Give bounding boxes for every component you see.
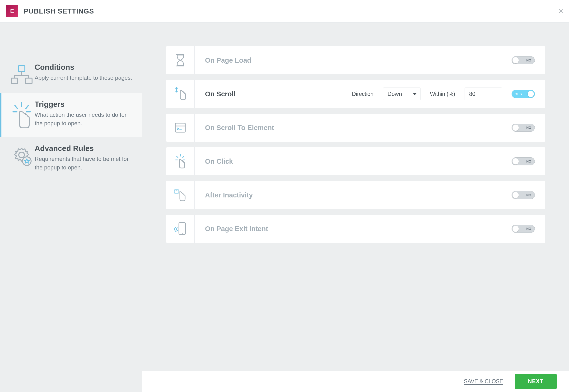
svg-rect-6	[25, 78, 32, 84]
svg-point-26	[176, 191, 177, 191]
trigger-toggle-scroll-element[interactable]: NO	[512, 124, 535, 132]
svg-rect-16	[175, 123, 185, 132]
within-input[interactable]	[465, 87, 502, 100]
main-panel: On Page Load NO On Scroll Direction Down	[142, 23, 569, 392]
trigger-label: On Page Load	[205, 56, 502, 64]
toggle-knob	[513, 226, 519, 232]
direction-select[interactable]: Down	[383, 87, 420, 100]
svg-line-9	[26, 106, 28, 109]
trigger-after-inactivity[interactable]: After Inactivity NO	[166, 181, 545, 209]
sitemap-icon	[9, 63, 35, 86]
svg-point-12	[19, 152, 25, 158]
trigger-on-scroll[interactable]: On Scroll Direction Down Within (%) YES	[166, 80, 545, 108]
svg-point-27	[178, 191, 178, 191]
sidebar-triggers-desc: What action the user needs to do for the…	[35, 111, 134, 128]
toggle-knob	[513, 192, 519, 198]
next-button[interactable]: NEXT	[515, 374, 557, 389]
svg-rect-28	[179, 223, 186, 235]
layout-root: Conditions Apply current template to the…	[0, 23, 569, 392]
trigger-on-scroll-to-element[interactable]: On Scroll To Element NO	[166, 114, 545, 142]
trigger-on-page-exit-intent[interactable]: On Page Exit Intent NO	[166, 215, 545, 243]
trigger-on-click[interactable]: On Click NO	[166, 147, 545, 175]
svg-line-21	[183, 156, 184, 157]
toggle-knob	[513, 158, 519, 165]
page-title: PUBLISH SETTINGS	[24, 7, 94, 15]
trigger-label: On Scroll To Element	[205, 124, 502, 132]
svg-line-8	[15, 106, 17, 109]
svg-line-20	[177, 156, 178, 157]
scroll-hand-icon	[166, 80, 194, 108]
trigger-toggle-on-click[interactable]: NO	[512, 157, 535, 165]
within-label: Within (%)	[430, 91, 455, 97]
gear-star-icon	[9, 144, 35, 172]
trigger-label: On Page Exit Intent	[205, 225, 502, 233]
sidebar-triggers-title: Triggers	[35, 100, 134, 109]
click-burst-icon	[166, 147, 194, 175]
toggle-knob	[513, 125, 519, 131]
terminal-icon	[166, 114, 194, 142]
svg-rect-0	[18, 66, 25, 71]
header-bar: E PUBLISH SETTINGS ×	[0, 0, 569, 23]
hourglass-icon	[166, 46, 194, 74]
svg-point-13	[23, 157, 31, 165]
svg-rect-5	[11, 78, 18, 84]
click-icon	[9, 100, 35, 130]
toggle-knob	[528, 91, 534, 97]
svg-rect-24	[174, 190, 179, 193]
sidebar-advanced-desc: Requirements that have to be met for the…	[35, 155, 134, 172]
sidebar-conditions-desc: Apply current template to these pages.	[35, 73, 132, 82]
trigger-on-page-load[interactable]: On Page Load NO	[166, 46, 545, 74]
phone-exit-icon	[166, 215, 194, 243]
sleep-hand-icon	[166, 181, 194, 209]
sidebar-item-advanced-rules[interactable]: Advanced Rules Requirements that have to…	[0, 137, 142, 179]
trigger-toggle-on-scroll[interactable]: YES	[512, 90, 535, 98]
elementor-logo: E	[6, 5, 18, 17]
trigger-label: On Scroll	[205, 90, 342, 98]
trigger-toggle-inactivity[interactable]: NO	[512, 191, 535, 199]
trigger-label: After Inactivity	[205, 191, 502, 199]
sidebar-advanced-title: Advanced Rules	[35, 144, 134, 153]
trigger-toggle-exit-intent[interactable]: NO	[512, 225, 535, 233]
sidebar-item-conditions[interactable]: Conditions Apply current template to the…	[0, 56, 142, 93]
sidebar-conditions-title: Conditions	[35, 63, 132, 72]
svg-point-31	[182, 233, 183, 234]
trigger-toggle-page-load[interactable]: NO	[512, 56, 535, 64]
close-icon[interactable]: ×	[558, 7, 563, 15]
trigger-label: On Click	[205, 157, 502, 165]
svg-point-25	[175, 191, 175, 191]
sidebar: Conditions Apply current template to the…	[0, 23, 142, 392]
sidebar-item-triggers[interactable]: Triggers What action the user needs to d…	[0, 93, 142, 137]
direction-label: Direction	[352, 91, 374, 97]
footer-bar: SAVE & CLOSE NEXT	[142, 371, 569, 392]
toggle-knob	[513, 57, 519, 63]
save-close-button[interactable]: SAVE & CLOSE	[464, 378, 503, 385]
